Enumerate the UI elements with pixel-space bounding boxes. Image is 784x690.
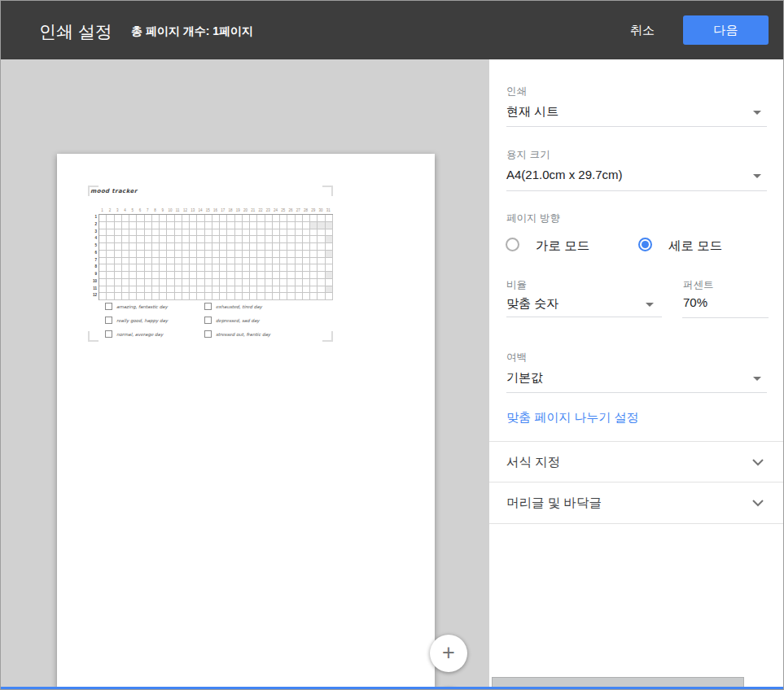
grid-cell	[243, 236, 250, 243]
grid-cell	[273, 215, 280, 222]
grid-cell	[303, 251, 310, 258]
grid-cell	[220, 286, 227, 294]
grid-cell	[303, 215, 310, 222]
grid-cell	[303, 279, 310, 286]
dropdown-arrow-icon[interactable]	[646, 303, 654, 307]
grid-cell	[160, 251, 167, 258]
grid-cell	[122, 293, 129, 300]
grid-cell	[137, 243, 144, 251]
grid-cell	[137, 258, 144, 265]
grid-cell	[167, 222, 174, 229]
grid-cell	[107, 222, 114, 229]
col-header: 7	[144, 207, 151, 214]
grid-cell	[160, 264, 167, 272]
print-range-select[interactable]: 현재 시트	[506, 104, 558, 120]
grid-cell	[250, 293, 257, 300]
grid-cell	[227, 243, 234, 251]
grid-cell	[265, 215, 273, 222]
col-header: 23	[265, 207, 272, 214]
section-headers-footers[interactable]: 머리글 및 바닥글	[506, 495, 602, 512]
grid-cell	[227, 236, 234, 243]
scale-select[interactable]: 맞춤 숫자	[506, 296, 558, 312]
dropdown-arrow-icon[interactable]	[753, 174, 761, 178]
grid-cell	[296, 293, 303, 300]
grid-cell	[310, 243, 318, 251]
percent-label: 퍼센트	[683, 278, 714, 292]
grid-cell	[160, 293, 167, 300]
row-header: 12	[89, 292, 97, 299]
col-header: 30	[317, 207, 324, 214]
grid-cell	[303, 272, 310, 279]
grid-cell	[257, 258, 265, 265]
margins-select[interactable]: 기본값	[506, 370, 543, 386]
field-underline	[506, 392, 767, 393]
grid-cell	[152, 272, 160, 279]
grid-cell	[235, 258, 243, 265]
grid-cell	[175, 279, 182, 286]
grid-cell	[205, 279, 212, 286]
grid-cell	[197, 243, 204, 251]
grid-cell	[167, 264, 174, 272]
zoom-in-button[interactable]: +	[430, 635, 467, 672]
grid-cell	[296, 264, 303, 272]
radio-portrait[interactable]	[638, 238, 652, 251]
grid-cell	[227, 215, 234, 222]
grid-cell	[303, 286, 310, 294]
next-button[interactable]: 다음	[683, 15, 769, 45]
grid-cell	[145, 236, 152, 243]
grid-cell	[182, 272, 190, 279]
grid-cell	[287, 229, 295, 237]
settings-panel: 인쇄 현재 시트 용지 크기 A4(21.0cm x 29.7cm) 페이지 방…	[489, 59, 784, 690]
percent-input[interactable]: 70%	[683, 295, 707, 309]
dropdown-arrow-icon[interactable]	[753, 111, 761, 115]
grid-cell	[197, 236, 204, 243]
grid-cell	[182, 264, 190, 272]
grid-cell	[205, 236, 212, 243]
grid-cell	[182, 229, 190, 237]
grid-cell	[265, 243, 273, 251]
grid-cell	[175, 251, 182, 258]
grid-cell	[152, 286, 160, 294]
grid-cell	[122, 229, 129, 237]
row-header: 9	[89, 271, 97, 278]
grid-cell	[235, 236, 243, 243]
field-underline	[682, 317, 769, 318]
grid-cell	[205, 251, 212, 258]
cancel-button[interactable]: 취소	[616, 15, 668, 46]
radio-landscape[interactable]	[506, 238, 519, 251]
col-header: 29	[309, 207, 317, 214]
grid-cell	[287, 286, 295, 294]
grid-cell	[212, 222, 220, 229]
grid-cell	[137, 251, 144, 258]
grid-cell	[250, 251, 257, 258]
grid-cell	[182, 215, 190, 222]
custom-page-breaks-link[interactable]: 맞춤 페이지 나누기 설정	[506, 410, 639, 426]
radio-landscape-label[interactable]: 가로 모드	[536, 238, 589, 255]
grid-cell	[265, 229, 273, 237]
grid-cell	[303, 243, 310, 251]
grid-cell	[182, 222, 190, 229]
grid-cell	[212, 229, 220, 237]
grid-cell	[310, 222, 318, 229]
dropdown-arrow-icon[interactable]	[753, 377, 761, 381]
grid-cell	[273, 279, 280, 286]
grid-cell	[152, 279, 160, 286]
paper-size-select[interactable]: A4(21.0cm x 29.7cm)	[506, 168, 623, 181]
row-header: 10	[89, 278, 97, 286]
section-formatting[interactable]: 서식 지정	[506, 454, 560, 471]
chevron-down-icon[interactable]	[751, 499, 764, 507]
chevron-down-icon[interactable]	[751, 458, 764, 466]
grid-cell	[265, 222, 273, 229]
grid-cell	[265, 279, 273, 286]
grid-cell	[212, 258, 220, 265]
grid-cell	[212, 272, 220, 279]
radio-portrait-label[interactable]: 세로 모드	[668, 238, 722, 255]
grid-cell	[197, 264, 204, 272]
divider	[489, 482, 784, 483]
grid-cell	[250, 222, 257, 229]
grid-cell	[190, 293, 197, 300]
grid-cell	[175, 293, 182, 300]
grid-cell	[152, 293, 160, 300]
grid-cell	[296, 236, 303, 243]
grid-cell	[303, 293, 310, 300]
